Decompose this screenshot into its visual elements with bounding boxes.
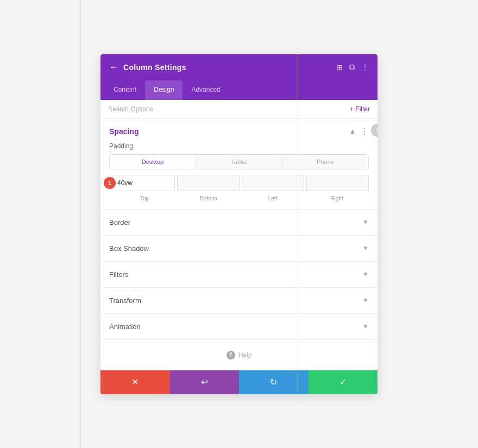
spacing-title: Spacing xyxy=(109,127,139,136)
animation-section[interactable]: Animation ▼ xyxy=(100,314,378,340)
border-section[interactable]: Border ▼ xyxy=(100,210,378,236)
column-settings-panel: ← Column Settings ⊞ ⧉ ⋮ Content Design A… xyxy=(100,54,378,394)
page-background: ← Column Settings ⊞ ⧉ ⋮ Content Design A… xyxy=(0,0,478,448)
border-title: Border xyxy=(109,218,130,226)
panel-header: ← Column Settings ⊞ ⧉ ⋮ xyxy=(100,54,378,80)
box-shadow-chevron: ▼ xyxy=(362,244,369,252)
top-input[interactable] xyxy=(113,175,175,191)
section-controls: ▲ ⋮ xyxy=(349,127,369,137)
cancel-button[interactable]: ✕ xyxy=(100,370,170,394)
tab-content[interactable]: Content xyxy=(105,80,145,100)
panel-title: Column Settings xyxy=(123,63,186,72)
left-input-group: ⇄ xyxy=(242,175,304,191)
label-left: Left xyxy=(241,195,305,201)
transform-title: Transform xyxy=(109,296,141,305)
undo-button[interactable]: ↩ xyxy=(170,370,240,394)
help-label[interactable]: Help xyxy=(238,351,252,359)
tab-design[interactable]: Design xyxy=(145,80,183,100)
panel-content: Spacing ▲ ⋮ Padding Desktop Tablet Phone… xyxy=(100,119,378,370)
device-tab-desktop[interactable]: Desktop xyxy=(110,155,196,169)
help-icon[interactable]: ? xyxy=(227,351,235,359)
label-bottom: Bottom xyxy=(177,195,241,201)
border-chevron: ▼ xyxy=(362,218,369,226)
panel-tabs: Content Design Advanced xyxy=(100,80,378,100)
device-tab-phone[interactable]: Phone xyxy=(282,155,368,169)
right-input-group: ⇄ xyxy=(306,175,369,191)
more-icon[interactable]: ⋮ xyxy=(361,63,369,72)
padding-label: Padding xyxy=(100,142,378,154)
transform-chevron: ▼ xyxy=(362,296,369,304)
save-button[interactable]: ✓ xyxy=(309,370,378,394)
search-bar: Search Options + Filter xyxy=(100,100,378,119)
step-badge: 1 xyxy=(104,177,116,189)
header-left: ← Column Settings xyxy=(109,62,186,72)
header-right: ⊞ ⧉ ⋮ xyxy=(336,62,369,72)
search-placeholder: Search Options xyxy=(108,105,153,113)
transform-section[interactable]: Transform ▼ xyxy=(100,288,378,314)
filter-button[interactable]: + Filter xyxy=(350,105,370,113)
filters-chevron: ▼ xyxy=(362,270,369,278)
tab-advanced[interactable]: Advanced xyxy=(183,80,229,100)
panel-footer: ✕ ↩ ↻ ✓ xyxy=(100,370,378,394)
filters-title: Filters xyxy=(109,270,128,279)
animation-chevron: ▼ xyxy=(362,323,369,330)
device-tabs: Desktop Tablet Phone xyxy=(109,154,369,169)
help-section: ? Help xyxy=(100,340,378,370)
bottom-input-group: ⇄ xyxy=(177,175,240,191)
redo-button[interactable]: ↻ xyxy=(239,370,309,394)
section-menu-icon[interactable]: ⋮ xyxy=(360,127,369,137)
columns-icon[interactable]: ⧉ xyxy=(349,62,355,72)
animation-title: Animation xyxy=(109,323,141,331)
back-icon[interactable]: ← xyxy=(109,62,118,72)
device-tab-tablet[interactable]: Tablet xyxy=(196,155,282,169)
label-right: Right xyxy=(305,195,369,201)
grid-icon[interactable]: ⊞ xyxy=(336,63,343,72)
filters-section[interactable]: Filters ▼ xyxy=(100,262,378,288)
collapse-icon[interactable]: ▲ xyxy=(349,128,356,135)
bottom-input[interactable] xyxy=(178,175,240,191)
padding-input-row: 1 ⇄ ⇄ ⇄ ⇄ xyxy=(109,175,369,191)
labels-row: Top Bottom Left Right xyxy=(109,195,369,201)
right-input[interactable] xyxy=(307,175,369,191)
label-top: Top xyxy=(112,195,177,201)
box-shadow-title: Box Shadow xyxy=(109,244,149,253)
left-input[interactable] xyxy=(242,175,304,191)
box-shadow-section[interactable]: Box Shadow ▼ xyxy=(100,236,378,262)
spacing-section-header: Spacing ▲ ⋮ xyxy=(100,119,378,142)
top-input-group: ⇄ xyxy=(112,175,175,191)
